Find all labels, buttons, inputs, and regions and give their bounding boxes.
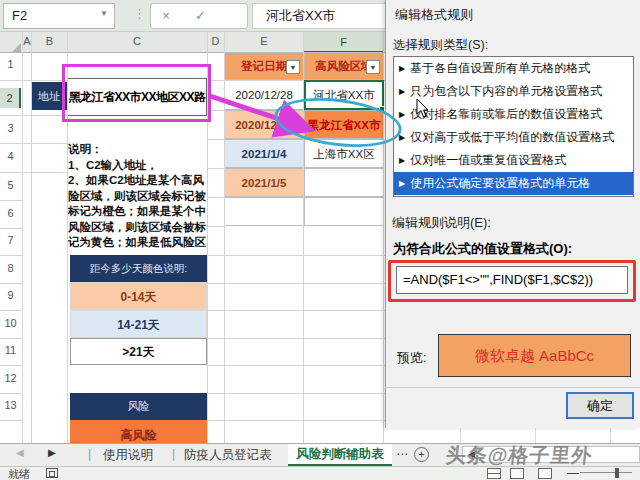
rule-type-option-label: 仅对排名靠前或靠后的数值设置格式 <box>410 107 602 121</box>
more-sheets-icon[interactable]: … <box>396 444 409 458</box>
rule-type-option-label: 只为包含以下内容的单元格设置格式 <box>410 84 602 98</box>
tab-scroll-left-icon[interactable]: ◀ <box>16 447 24 458</box>
triangle-right-icon: ▶ <box>399 179 405 188</box>
sheet-tab-usage[interactable]: 使用说明 <box>103 447 153 464</box>
dialog-separator <box>385 387 640 388</box>
triangle-right-icon: ▶ <box>399 156 405 165</box>
enter-icon[interactable]: ✓ <box>185 4 215 28</box>
name-box[interactable]: F2 <box>3 3 115 29</box>
rule-type-option-4[interactable]: ▶仅对高于或低于平均值的数值设置格式 <box>394 126 633 149</box>
sheet-area-below-dialog <box>385 428 640 443</box>
macro-record-icon[interactable] <box>46 468 58 478</box>
formula-description-label: 为符合此公式的值设置格式(O): <box>393 240 572 258</box>
tab-separator: | <box>88 447 91 461</box>
rule-type-option-label: 基于各自值设置所有单元格的格式 <box>410 61 590 75</box>
gridline <box>535 428 536 443</box>
ok-button[interactable]: 确定 <box>566 392 634 419</box>
cancel-icon[interactable]: × <box>151 4 181 28</box>
page-break-view-icon[interactable] <box>538 468 552 479</box>
triangle-right-icon: ▶ <box>399 110 405 119</box>
zoom-slider-handle[interactable] <box>615 468 619 478</box>
rule-type-label: 选择规则类型(S): <box>393 37 488 54</box>
normal-view-icon[interactable] <box>487 468 501 479</box>
rule-type-option-1[interactable]: ▶基于各自值设置所有单元格的格式 <box>394 57 633 80</box>
preview-label: 预览: <box>397 349 427 367</box>
annotation-red-box <box>388 260 636 302</box>
formula-bar-separator-icon: ⋮ <box>133 6 146 21</box>
zoom-slider-track[interactable] <box>580 472 632 473</box>
status-ready-label: 就绪 <box>8 467 30 480</box>
tab-scroll-right-icon[interactable]: ▶ <box>48 447 56 458</box>
sheet-tab-risk-active[interactable]: 风险判断辅助表 <box>288 444 392 466</box>
add-sheet-icon[interactable]: + <box>414 447 429 462</box>
rule-type-listbox: ▶基于各自值设置所有单元格的格式 ▶只为包含以下内容的单元格设置格式 ▶仅对排名… <box>393 56 634 197</box>
sheet-tab-registry[interactable]: 防疫人员登记表 <box>184 447 272 464</box>
filter-dropdown-icon[interactable]: ▼ <box>286 60 300 74</box>
rule-type-option-label: 仅对高于或低于平均值的数值设置格式 <box>410 130 614 144</box>
format-preview: 微软卓越 AaBbCc <box>438 334 631 377</box>
rule-type-option-5[interactable]: ▶仅对唯一值或重复值设置格式 <box>394 149 633 172</box>
triangle-right-icon: ▶ <box>399 87 405 96</box>
formula-bar-buttons: × ✓ fx <box>150 3 248 29</box>
filter-dropdown-icon[interactable]: ▼ <box>366 60 380 74</box>
tab-separator: | <box>172 447 175 461</box>
annotation-magenta-box <box>62 64 211 122</box>
rule-type-option-label: 仅对唯一值或重复值设置格式 <box>410 153 566 167</box>
rule-type-option-label: 使用公式确定要设置格式的单元格 <box>410 176 590 190</box>
rule-type-option-6-selected[interactable]: ▶使用公式确定要设置格式的单元格 <box>394 172 633 195</box>
page-layout-view-icon[interactable] <box>510 468 524 479</box>
watermark-text: 头条@格子里外 <box>445 442 594 469</box>
name-box-dropdown-icon[interactable]: ▼ <box>100 9 108 18</box>
edit-rule-description-label: 编辑规则说明(E): <box>392 214 491 232</box>
mouse-cursor-icon <box>416 99 430 119</box>
gridline <box>460 428 461 443</box>
triangle-right-icon: ▶ <box>399 64 405 73</box>
dialog-title: 编辑格式规则 <box>395 6 473 24</box>
gridline <box>610 428 611 443</box>
